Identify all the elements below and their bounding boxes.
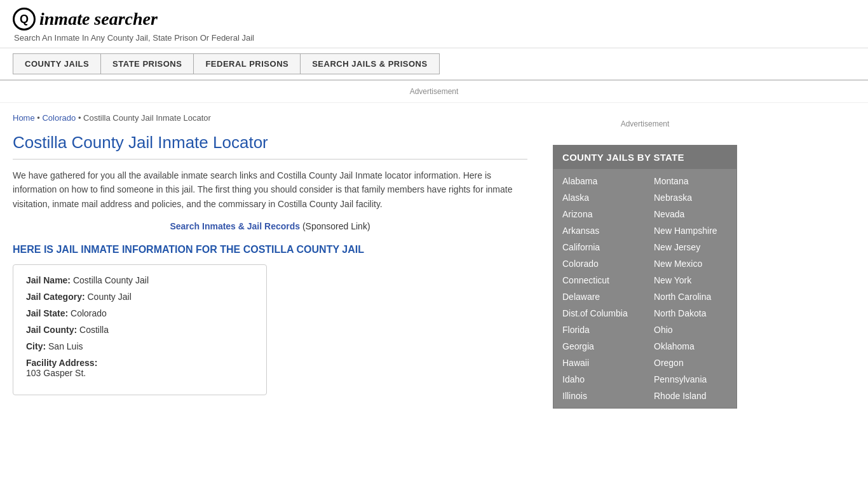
sponsored-link[interactable]: Search Inmates & Jail Records bbox=[170, 221, 300, 231]
state-california[interactable]: California bbox=[553, 239, 645, 255]
nav-bar: COUNTY JAILS STATE PRISONS FEDERAL PRISO… bbox=[0, 48, 868, 81]
jail-state-label: Jail State: bbox=[26, 308, 68, 318]
sponsored-note-text: (Sponsored Link) bbox=[302, 221, 370, 231]
jail-county-label: Jail County: bbox=[26, 325, 77, 335]
sidebar: Advertisement COUNTY JAILS BY STATE Alab… bbox=[540, 103, 737, 409]
tagline: Search An Inmate In Any County Jail, Sta… bbox=[14, 33, 855, 43]
description: We have gathered for you all the availab… bbox=[13, 168, 527, 211]
state-montana[interactable]: Montana bbox=[645, 173, 736, 189]
jail-address-row: Facility Address: 103 Gasper St. bbox=[26, 358, 254, 378]
state-alabama[interactable]: Alabama bbox=[553, 173, 645, 189]
page-title: Costilla County Jail Inmate Locator bbox=[13, 133, 527, 159]
logo-text: inmate searcher bbox=[39, 9, 158, 29]
state-connecticut[interactable]: Connecticut bbox=[553, 272, 645, 288]
jail-name-label: Jail Name: bbox=[26, 275, 71, 285]
state-alaska[interactable]: Alaska bbox=[553, 189, 645, 206]
sidebar-ad: Advertisement bbox=[553, 113, 737, 135]
state-florida[interactable]: Florida bbox=[553, 322, 645, 338]
breadcrumb-sep2: • bbox=[78, 113, 83, 123]
state-box: COUNTY JAILS BY STATE Alabama Alaska Ari… bbox=[553, 145, 737, 409]
state-box-title: COUNTY JAILS BY STATE bbox=[553, 146, 736, 169]
address-value: 103 Gasper St. bbox=[26, 368, 254, 378]
sponsored-section: Search Inmates & Jail Records (Sponsored… bbox=[13, 221, 527, 231]
logo-area: Q inmate searcher bbox=[13, 8, 855, 30]
state-nebraska[interactable]: Nebraska bbox=[645, 189, 736, 206]
city-label: City: bbox=[26, 341, 46, 351]
state-hawaii[interactable]: Hawaii bbox=[553, 355, 645, 371]
jail-state-value: Colorado bbox=[71, 308, 107, 318]
nav-search-jails[interactable]: SEARCH JAILS & PRISONS bbox=[300, 53, 439, 74]
state-georgia[interactable]: Georgia bbox=[553, 338, 645, 355]
jail-category-value: County Jail bbox=[87, 292, 131, 302]
sidebar-ad-label: Advertisement bbox=[621, 119, 670, 128]
breadcrumb: Home • Colorado • Costilla County Jail I… bbox=[13, 113, 527, 123]
state-nevada[interactable]: Nevada bbox=[645, 206, 736, 222]
state-dc[interactable]: Dist.of Columbia bbox=[553, 305, 645, 322]
state-col-left: Alabama Alaska Arizona Arkansas Californ… bbox=[553, 173, 645, 404]
nav-county-jails[interactable]: COUNTY JAILS bbox=[13, 53, 100, 74]
info-box: Jail Name: Costilla County Jail Jail Cat… bbox=[13, 264, 267, 395]
nav-federal-prisons[interactable]: FEDERAL PRISONS bbox=[193, 53, 300, 74]
address-label: Facility Address: bbox=[26, 358, 97, 368]
state-oklahoma[interactable]: Oklahoma bbox=[645, 338, 736, 355]
state-delaware[interactable]: Delaware bbox=[553, 288, 645, 305]
breadcrumb-current: Costilla County Jail Inmate Locator bbox=[83, 113, 211, 123]
state-colorado[interactable]: Colorado bbox=[553, 255, 645, 272]
state-rhode-island[interactable]: Rhode Island bbox=[645, 388, 736, 404]
state-col-right: Montana Nebraska Nevada New Hampshire Ne… bbox=[645, 173, 736, 404]
state-pennsylvania[interactable]: Pennsylvania bbox=[645, 371, 736, 388]
jail-state-row: Jail State: Colorado bbox=[26, 308, 254, 318]
breadcrumb-home[interactable]: Home bbox=[13, 113, 35, 123]
state-arizona[interactable]: Arizona bbox=[553, 206, 645, 222]
state-oregon[interactable]: Oregon bbox=[645, 355, 736, 371]
jail-city-row: City: San Luis bbox=[26, 341, 254, 351]
city-value: San Luis bbox=[48, 341, 83, 351]
logo-icon: Q bbox=[13, 8, 36, 30]
jail-name-row: Jail Name: Costilla County Jail bbox=[26, 275, 254, 285]
nav-state-prisons[interactable]: STATE PRISONS bbox=[100, 53, 193, 74]
ad-label: Advertisement bbox=[410, 87, 459, 96]
state-grid: Alabama Alaska Arizona Arkansas Californ… bbox=[553, 169, 736, 408]
main-layout: Home • Colorado • Costilla County Jail I… bbox=[0, 103, 868, 409]
nav-inner: COUNTY JAILS STATE PRISONS FEDERAL PRISO… bbox=[13, 53, 855, 74]
ad-bar: Advertisement bbox=[0, 81, 868, 103]
state-new-hampshire[interactable]: New Hampshire bbox=[645, 222, 736, 239]
jail-county-value: Costilla bbox=[79, 325, 109, 335]
info-heading: HERE IS JAIL INMATE INFORMATION FOR THE … bbox=[13, 244, 527, 255]
state-ohio[interactable]: Ohio bbox=[645, 322, 736, 338]
state-new-york[interactable]: New York bbox=[645, 272, 736, 288]
content-area: Home • Colorado • Costilla County Jail I… bbox=[13, 103, 540, 409]
breadcrumb-state[interactable]: Colorado bbox=[42, 113, 76, 123]
state-new-jersey[interactable]: New Jersey bbox=[645, 239, 736, 255]
state-north-carolina[interactable]: North Carolina bbox=[645, 288, 736, 305]
state-idaho[interactable]: Idaho bbox=[553, 371, 645, 388]
site-header: Q inmate searcher Search An Inmate In An… bbox=[0, 0, 868, 48]
jail-name-val: Costilla County Jail bbox=[73, 275, 149, 285]
state-new-mexico[interactable]: New Mexico bbox=[645, 255, 736, 272]
state-illinois[interactable]: Illinois bbox=[553, 388, 645, 404]
jail-category-label: Jail Category: bbox=[26, 292, 85, 302]
jail-category-row: Jail Category: County Jail bbox=[26, 292, 254, 302]
state-arkansas[interactable]: Arkansas bbox=[553, 222, 645, 239]
jail-county-row: Jail County: Costilla bbox=[26, 325, 254, 335]
state-north-dakota[interactable]: North Dakota bbox=[645, 305, 736, 322]
